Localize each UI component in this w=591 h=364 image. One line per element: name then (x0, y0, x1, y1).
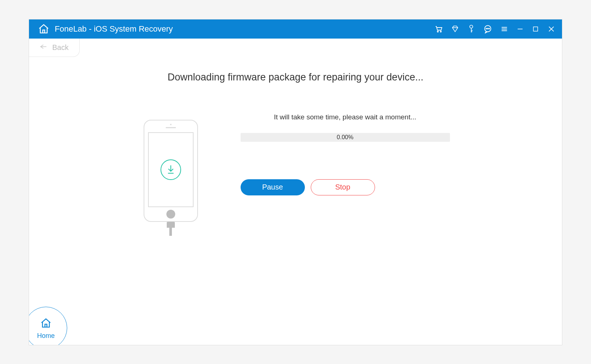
phone-speaker-icon (166, 127, 176, 128)
minimize-icon[interactable] (516, 25, 524, 33)
progress-percent: 0.00% (337, 134, 353, 141)
key-icon[interactable] (467, 24, 475, 34)
button-row: Pause Stop (241, 179, 450, 195)
diamond-icon[interactable] (451, 25, 459, 33)
back-arrow-icon (40, 44, 47, 51)
close-icon[interactable] (547, 25, 555, 33)
progress-bar: 0.00% (241, 133, 450, 142)
phone-body (144, 120, 198, 222)
maximize-icon[interactable] (532, 25, 539, 33)
titlebar: FoneLab - iOS System Recovery (29, 19, 562, 39)
app-window: FoneLab - iOS System Recovery (29, 19, 562, 345)
download-icon (161, 159, 181, 180)
wait-message: It will take some time, please wait a mo… (241, 113, 450, 121)
home-label: Home (37, 332, 55, 340)
titlebar-right (434, 24, 555, 34)
home-logo-icon (38, 23, 50, 35)
phone-home-button-icon (166, 210, 175, 219)
phone-illustration (141, 120, 200, 236)
phone-screen (148, 132, 194, 207)
home-icon (40, 317, 52, 331)
svg-point-5 (487, 28, 488, 29)
content-area: Downloading firmware package for repairi… (29, 39, 562, 236)
back-label: Back (52, 43, 68, 52)
svg-point-0 (437, 31, 439, 32)
stop-button[interactable]: Stop (311, 179, 375, 195)
phone-cable-wire-icon (169, 228, 172, 236)
svg-point-1 (440, 31, 442, 32)
svg-point-4 (486, 28, 487, 29)
pause-button[interactable]: Pause (241, 179, 305, 195)
app-title: FoneLab - iOS System Recovery (55, 24, 173, 34)
svg-point-6 (489, 28, 490, 29)
page-heading: Downloading firmware package for repairi… (51, 72, 540, 83)
cart-icon[interactable] (434, 25, 443, 33)
main-row: It will take some time, please wait a mo… (51, 113, 540, 236)
menu-icon[interactable] (500, 25, 508, 33)
titlebar-left: FoneLab - iOS System Recovery (38, 23, 173, 35)
phone-cable-plug-icon (167, 222, 175, 228)
progress-panel: It will take some time, please wait a mo… (241, 113, 450, 195)
feedback-icon[interactable] (483, 25, 492, 33)
home-button[interactable]: Home (29, 307, 67, 345)
svg-rect-11 (533, 27, 538, 31)
svg-point-2 (470, 25, 473, 28)
phone-camera-icon (170, 124, 172, 125)
back-button[interactable]: Back (29, 39, 80, 57)
